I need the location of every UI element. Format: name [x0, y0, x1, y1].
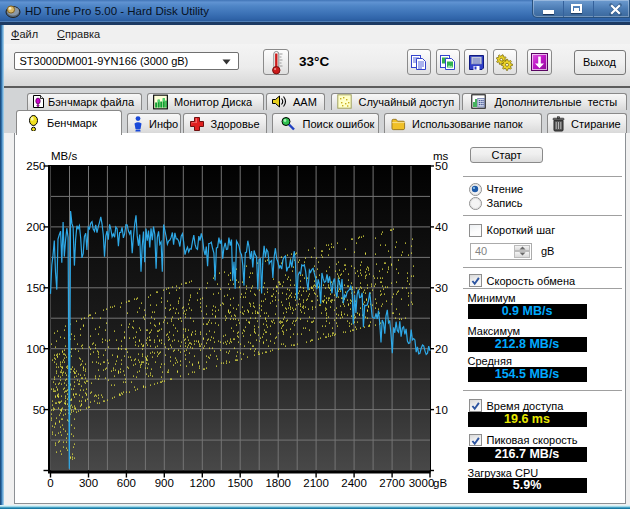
svg-text:MB/s: MB/s [51, 150, 77, 162]
svg-text:600: 600 [117, 477, 136, 489]
svg-text:0: 0 [47, 477, 53, 489]
svg-text:ms: ms [433, 150, 449, 162]
svg-text:900: 900 [155, 477, 174, 489]
svg-text:3000: 3000 [409, 477, 435, 489]
svg-text:1500: 1500 [227, 477, 253, 489]
svg-text:150: 150 [26, 282, 45, 294]
svg-text:250: 250 [26, 160, 45, 172]
svg-text:1200: 1200 [190, 477, 216, 489]
svg-text:1800: 1800 [265, 477, 291, 489]
svg-text:40: 40 [435, 221, 448, 233]
svg-text:20: 20 [435, 343, 448, 355]
svg-text:gB: gB [433, 477, 447, 489]
svg-text:30: 30 [435, 282, 448, 294]
svg-text:2700: 2700 [379, 477, 405, 489]
svg-text:300: 300 [79, 477, 98, 489]
svg-text:10: 10 [435, 404, 448, 416]
svg-text:100: 100 [26, 343, 45, 355]
svg-text:50: 50 [33, 404, 46, 416]
svg-text:2400: 2400 [341, 477, 367, 489]
svg-text:200: 200 [26, 221, 45, 233]
svg-text:2100: 2100 [303, 477, 329, 489]
